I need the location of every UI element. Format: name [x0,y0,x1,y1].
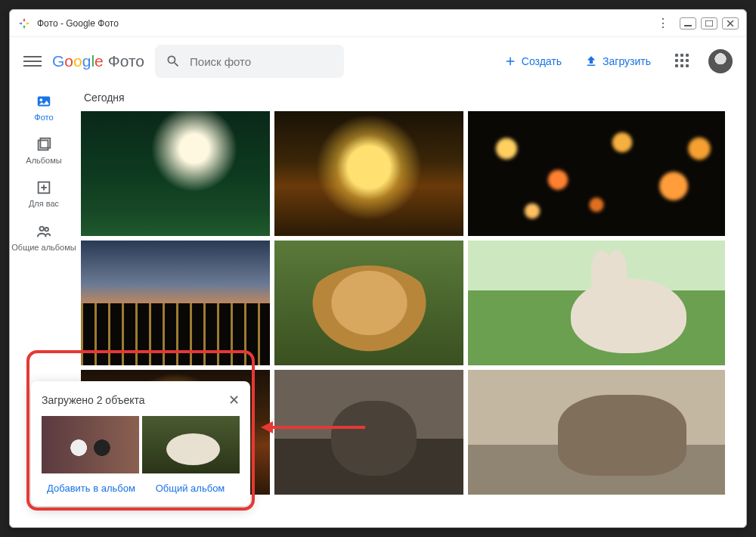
titlebar-menu-icon[interactable]: ⋮ [657,16,669,30]
sidebar-item-label: Для вас [29,199,59,209]
minimize-button[interactable] [680,17,696,29]
header: Google Фото Создать Загрузить [10,37,746,85]
sidebar-item-label: Альбомы [26,156,61,166]
google-photos-logo[interactable]: Google Фото [52,52,144,70]
svg-point-7 [39,226,44,231]
photo-thumb[interactable] [274,241,463,365]
hamburger-menu-icon[interactable] [23,52,42,70]
section-date: Сегодня [84,92,734,104]
close-icon[interactable]: ✕ [228,392,240,408]
toast-thumb[interactable] [142,416,240,473]
upload-button[interactable]: Загрузить [578,50,657,73]
sidebar-item-label: Фото [34,113,53,123]
search-icon [166,54,181,69]
albums-icon [36,136,52,153]
upload-toast: Загружено 2 объекта ✕ Добавить в альбом … [31,381,250,506]
app-window: Фото - Google Фото ⋮ Google Фото Создать [9,9,747,528]
plus-icon [503,54,517,68]
google-apps-icon[interactable] [675,54,690,69]
titlebar: Фото - Google Фото ⋮ [10,10,746,37]
window-title: Фото - Google Фото [37,18,657,29]
photo-thumb[interactable] [274,111,463,236]
svg-rect-1 [705,20,713,26]
sidebar-item-shared[interactable]: Общие альбомы [11,223,76,253]
photo-thumb[interactable] [468,111,725,236]
add-to-album-button[interactable]: Добавить в альбом [42,480,141,498]
photo-thumb[interactable] [81,111,270,236]
svg-point-8 [45,228,48,231]
photo-thumb[interactable] [81,241,270,365]
svg-rect-0 [684,25,692,26]
sidebar-item-label: Общие альбомы [11,243,76,253]
search-box[interactable] [155,45,344,78]
maximize-button[interactable] [701,17,717,29]
create-label: Создать [522,55,562,67]
svg-point-3 [40,98,43,101]
shared-icon [36,223,52,240]
logo-product: Фото [108,52,144,70]
toast-title: Загружено 2 объекта [42,394,145,406]
avatar[interactable] [708,49,733,73]
shared-album-button[interactable]: Общий альбом [141,480,240,498]
sidebar-item-albums[interactable]: Альбомы [26,136,61,166]
for-you-icon [36,179,52,196]
photo-thumb[interactable] [274,370,463,495]
toast-thumb[interactable] [42,416,139,473]
upload-icon [584,54,598,68]
close-button[interactable] [722,17,739,29]
upload-label: Загрузить [603,55,651,67]
photo-icon [36,93,52,110]
app-icon [17,17,31,30]
search-input[interactable] [190,55,333,68]
create-button[interactable]: Создать [497,50,568,73]
photo-thumb[interactable] [468,241,725,365]
photo-thumb[interactable] [468,370,725,495]
sidebar-item-photos[interactable]: Фото [34,93,53,123]
sidebar-item-for-you[interactable]: Для вас [29,179,59,209]
